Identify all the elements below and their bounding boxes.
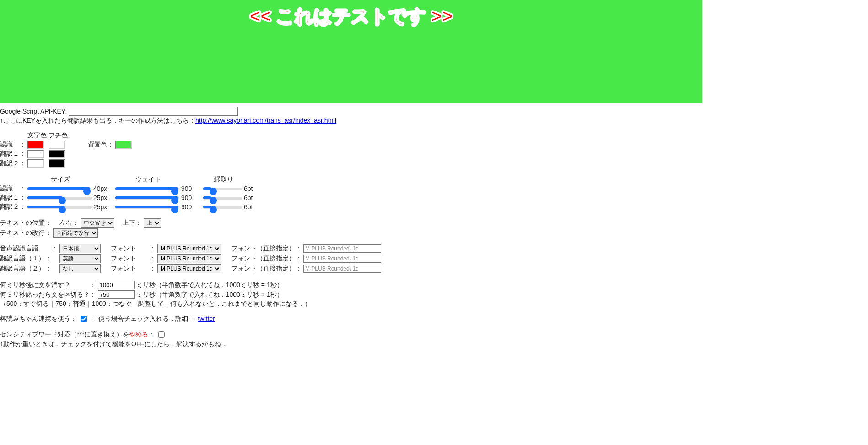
trans2-weight-slider[interactable] <box>115 206 179 209</box>
preview-area: << これはテストです >> <box>0 0 702 103</box>
trans1-size-value: 25px <box>93 194 115 203</box>
timing-hint: （500：すぐ切る｜750：普通｜1000：つなぐ 調整して．何も入れないと，こ… <box>0 300 868 308</box>
font-select-1[interactable]: M PLUS Rounded 1c <box>157 254 221 263</box>
lr-select[interactable]: 中央寄せ <box>81 218 114 228</box>
trans2-text-color[interactable] <box>27 159 44 168</box>
wrap-label: テキストの改行： <box>0 229 51 236</box>
header-stroke: 縁取り <box>203 175 244 185</box>
trans1-text-color[interactable] <box>27 150 44 158</box>
bg-color[interactable] <box>115 141 132 149</box>
font-label-0: フォント ： <box>111 244 157 254</box>
trans2-lang-select[interactable]: なし <box>59 264 101 273</box>
size-row-recog: 認識 ： 40px 900 6pt <box>0 185 254 194</box>
lang-table: 音声認識言語 ： 日本語 フォント ： M PLUS Rounded 1c フォ… <box>0 244 383 274</box>
sensitive-red: やめる <box>129 331 148 338</box>
trans1-lang-label: 翻訳言語（１）： <box>0 254 59 264</box>
trans1-stroke-color[interactable] <box>49 150 65 158</box>
font-label-2: フォント ： <box>111 264 157 274</box>
bouyomi-checkbox[interactable] <box>81 316 87 322</box>
size-table: サイズ ウェイト 縁取り 認識 ： 40px 900 6pt 翻訳１： 25px… <box>0 175 254 212</box>
erase-input[interactable] <box>98 281 135 289</box>
asr-lang-select[interactable]: 日本語 <box>59 244 101 253</box>
color-table: 文字色 フチ色 認識 ： 背景色： 翻訳１： 翻訳２： <box>0 131 134 168</box>
recog-stroke-color[interactable] <box>49 141 65 149</box>
bouyomi-link[interactable]: twitter <box>198 315 215 322</box>
size-row-trans2: 翻訳２： 25px 900 6pt <box>0 203 254 212</box>
font-direct-label-0: フォント（直接指定）： <box>231 244 303 254</box>
bouyomi-suffix: ← 使う場合チェック入れる．詳細 → <box>90 315 196 322</box>
trans1-stroke-value: 6pt <box>244 194 254 203</box>
recog-text-color[interactable] <box>27 141 44 149</box>
trans2-stroke-slider[interactable] <box>203 206 242 209</box>
preview-text: << これはテストです >> <box>250 4 453 103</box>
font-select-2[interactable]: M PLUS Rounded 1c <box>157 264 221 273</box>
trans1-weight-slider[interactable] <box>115 197 179 200</box>
trans2-size-slider[interactable] <box>27 206 92 209</box>
api-help-link[interactable]: http://www.sayonari.com/trans_asr/index_… <box>195 117 336 124</box>
font-direct-input-1[interactable] <box>303 255 381 263</box>
sensitive-prefix: センシティブワード対応（***に置き換え）を <box>0 331 129 338</box>
recog-size-slider[interactable] <box>27 188 92 190</box>
text-position-label: テキストの位置： <box>0 219 51 226</box>
font-direct-label-1: フォント（直接指定）： <box>231 254 303 264</box>
sensitive-suffix: ： <box>148 331 155 338</box>
api-note: ↑ここにKEYを入れたら翻訳結果も出る．キーの作成方法はこちら： <box>0 117 195 124</box>
row-trans2-label: 翻訳２： <box>0 159 27 168</box>
api-key-input[interactable] <box>69 107 238 116</box>
bouyomi-label: 棒読みちゃん連携を使う： <box>0 315 77 322</box>
recog-stroke-slider[interactable] <box>203 188 242 190</box>
split-input[interactable] <box>98 290 135 299</box>
erase-label: 何ミリ秒後に文を消す？ ： <box>0 281 96 288</box>
api-key-label: Google Script API-KEY: <box>0 108 67 115</box>
header-weight: ウェイト <box>115 175 181 185</box>
recog-weight-value: 900 <box>181 185 203 194</box>
trans2-stroke-value: 6pt <box>244 203 254 212</box>
split-suffix: ミリ秒（半角数字で入れてね．1000ミリ秒 = 1秒） <box>136 291 283 298</box>
split-label: 何ミリ秒黙ったら文を区切る？： <box>0 291 96 298</box>
recog-weight-slider[interactable] <box>115 188 179 190</box>
trans1-weight-value: 900 <box>181 194 203 203</box>
trans2-weight-value: 900 <box>181 203 203 212</box>
row-trans1-label: 翻訳１： <box>0 150 27 159</box>
trans2-stroke-color[interactable] <box>49 159 65 168</box>
recog-stroke-value: 6pt <box>244 185 254 194</box>
wrap-select[interactable]: 画面端で改行 <box>53 228 98 238</box>
sensitive-checkbox[interactable] <box>158 331 165 338</box>
trans1-size-slider[interactable] <box>27 197 92 200</box>
lr-label: 左右： <box>59 219 79 226</box>
font-select-0[interactable]: M PLUS Rounded 1c <box>157 244 221 253</box>
ud-label: 上下： <box>123 219 142 226</box>
size-row-trans1: 翻訳１： 25px 900 6pt <box>0 194 254 203</box>
font-direct-input-2[interactable] <box>303 265 381 273</box>
font-direct-input-0[interactable] <box>303 244 381 253</box>
header-text-color: 文字色 <box>27 131 49 141</box>
header-size: サイズ <box>27 175 93 185</box>
erase-suffix: ミリ秒（半角数字で入れてね．1000ミリ秒 = 1秒） <box>136 281 283 288</box>
row-recog-label: 認識 ： <box>0 141 27 150</box>
header-stroke-color: フチ色 <box>49 131 70 141</box>
font-label-1: フォント ： <box>111 254 157 264</box>
trans2-size-value: 25px <box>93 203 115 212</box>
sensitive-note: ↑動作が重いときは，チェックを付けて機能をOFFにしたら，解決するかもね． <box>0 340 868 348</box>
font-direct-label-2: フォント（直接指定）： <box>231 264 303 274</box>
trans2-lang-label: 翻訳言語（２）： <box>0 264 59 274</box>
trans1-lang-select[interactable]: 英語 <box>59 254 101 263</box>
trans1-stroke-slider[interactable] <box>203 197 242 200</box>
ud-select[interactable]: 上 <box>144 218 161 228</box>
asr-lang-label: 音声認識言語 ： <box>0 244 59 254</box>
recog-size-value: 40px <box>93 185 115 194</box>
bg-color-label: 背景色： <box>88 141 115 150</box>
